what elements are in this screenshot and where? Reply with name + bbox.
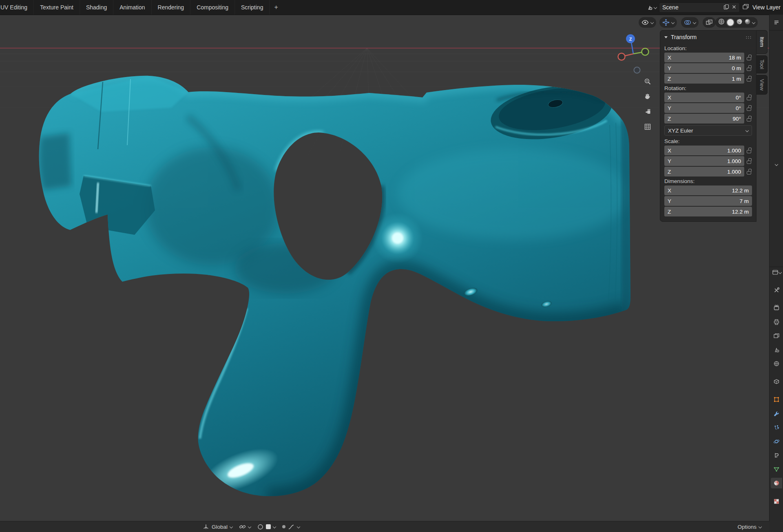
wireframe-shading-button[interactable]: [718, 18, 725, 26]
axis-value: 1.000: [727, 158, 741, 164]
dimensions-x-field[interactable]: X12.2 m: [664, 185, 752, 195]
editor-type-button[interactable]: [771, 267, 782, 278]
sidebar-tab-label: Tool: [759, 60, 765, 69]
transform-panel-header[interactable]: Transform: [660, 31, 756, 44]
dimensions-y-field[interactable]: Y7 m: [664, 196, 752, 206]
workspace-tab-animation[interactable]: Animation: [113, 0, 151, 15]
dimensions-z-field[interactable]: Z12.2 m: [664, 207, 752, 216]
show-gizmo-button[interactable]: [659, 17, 677, 28]
options-dropdown[interactable]: Options: [737, 524, 761, 530]
view-layer-field[interactable]: View Layer: [752, 3, 781, 12]
location-x-field[interactable]: X18 m: [664, 53, 744, 62]
orientation-value: Global: [212, 524, 228, 530]
solid-shading-button[interactable]: [726, 18, 734, 26]
navigation-gizmo[interactable]: Z: [614, 31, 655, 76]
snap-target-dropdown[interactable]: [239, 523, 251, 530]
scale-z-field[interactable]: Z1.000: [664, 167, 744, 177]
properties-tab-modifiers[interactable]: [771, 408, 782, 419]
particles-icon: [773, 424, 780, 431]
lock-open-icon[interactable]: [747, 148, 752, 153]
material-preview-shading-button[interactable]: [736, 18, 743, 26]
workspace-tab-compositing[interactable]: Compositing: [190, 0, 235, 15]
toggle-xray-button[interactable]: [703, 17, 716, 28]
falloff-curve-icon: [288, 524, 295, 530]
sidebar-tab-label: Item: [759, 37, 765, 47]
properties-tab-render[interactable]: [771, 302, 782, 313]
rotation-y-field[interactable]: Y0°: [664, 103, 744, 113]
show-overlays-button[interactable]: [681, 17, 699, 28]
lock-open-icon[interactable]: [747, 76, 752, 82]
workspace-tab-uv-editing[interactable]: UV Editing: [0, 0, 34, 15]
properties-tab-output[interactable]: [771, 317, 782, 327]
properties-tab-object-data[interactable]: [771, 464, 782, 475]
properties-tab-material[interactable]: [771, 478, 782, 488]
chevron-down-icon: [671, 21, 675, 24]
orientation-icon: [203, 523, 209, 530]
lock-open-icon[interactable]: [747, 95, 752, 100]
scene-name-field[interactable]: Scene: [659, 2, 740, 13]
rendered-shading-button[interactable]: [744, 18, 751, 26]
properties-tab-view-layer[interactable]: [771, 331, 782, 341]
gizmo-icon: [662, 19, 670, 26]
camera-view-button[interactable]: [643, 107, 652, 117]
zoom-tool-button[interactable]: [643, 77, 652, 86]
pan-tool-button[interactable]: [643, 92, 652, 102]
location-y-field[interactable]: Y0 m: [664, 63, 744, 73]
grid-icon: [644, 123, 651, 130]
topbar: UV Editing Texture Paint Shading Animati…: [0, 0, 783, 15]
toggle-grid-button[interactable]: [643, 122, 652, 132]
lock-open-icon[interactable]: [747, 65, 752, 71]
add-workspace-button[interactable]: +: [270, 0, 282, 15]
link-icon: [239, 523, 246, 530]
lock-open-icon[interactable]: [747, 158, 752, 164]
axis-z-label: Z: [629, 37, 632, 42]
axis-z-negative-handle[interactable]: [634, 67, 640, 73]
properties-tab-object[interactable]: [771, 394, 782, 405]
workspace-tab-rendering[interactable]: Rendering: [152, 0, 191, 15]
properties-tab-constraints[interactable]: [771, 450, 782, 461]
workspace-tab-scripting[interactable]: Scripting: [235, 0, 270, 15]
lock-open-icon[interactable]: [747, 55, 752, 60]
rotation-z-field[interactable]: Z90°: [664, 114, 744, 124]
location-z-field[interactable]: Z1 m: [664, 74, 744, 84]
transform-orientation-dropdown[interactable]: Global: [203, 523, 232, 530]
properties-tab-particles[interactable]: [771, 422, 782, 433]
unlink-scene-icon[interactable]: [732, 4, 737, 11]
proportional-falloff-group[interactable]: [282, 524, 300, 530]
scale-x-field[interactable]: X1.000: [664, 146, 744, 155]
workspace-tab-shading[interactable]: Shading: [80, 0, 113, 15]
rotation-x-field[interactable]: X0°: [664, 93, 744, 102]
properties-tab-collection[interactable]: [771, 376, 782, 387]
properties-tab-scene[interactable]: [771, 344, 782, 355]
workspace-tab-texture-paint[interactable]: Texture Paint: [34, 0, 80, 15]
properties-tab-physics[interactable]: [771, 436, 782, 447]
axis-x-handle[interactable]: [618, 53, 625, 60]
proportional-editing-group[interactable]: [257, 524, 276, 530]
viewport-3d[interactable]: [0, 15, 770, 521]
axis-y-handle[interactable]: [642, 49, 649, 55]
outliner-display-mode-button[interactable]: [771, 17, 782, 28]
workspace-tab-label: Animation: [119, 4, 145, 11]
options-label: Options: [737, 524, 756, 530]
properties-tab-tool[interactable]: [771, 285, 782, 296]
region-expand-button[interactable]: [771, 159, 782, 170]
panel-grip-icon[interactable]: [745, 36, 752, 39]
view-layer-name: View Layer: [752, 4, 781, 11]
workspace-tab-label: Scripting: [241, 4, 263, 11]
scale-y-field[interactable]: Y1.000: [664, 156, 744, 166]
rotation-mode-dropdown[interactable]: XYZ Euler: [664, 125, 752, 136]
dimensions-fields: X12.2 m Y7 m Z12.2 m: [660, 185, 756, 216]
sidebar-tab-view[interactable]: View: [756, 75, 768, 95]
lock-open-icon[interactable]: [747, 169, 752, 174]
sidebar-tab-tool[interactable]: Tool: [756, 55, 768, 73]
properties-tab-texture[interactable]: [771, 496, 782, 507]
sidebar-tab-item[interactable]: Item: [756, 30, 768, 54]
lock-open-icon[interactable]: [747, 116, 752, 121]
properties-tab-world[interactable]: [771, 358, 782, 369]
scene-browse-icon[interactable]: [646, 4, 657, 11]
object-visibility-button[interactable]: [639, 17, 656, 28]
tool-icon: [773, 287, 780, 294]
dimensions-section-label: Dimensions:: [660, 177, 756, 185]
lock-open-icon[interactable]: [747, 105, 752, 111]
new-scene-icon[interactable]: [723, 4, 729, 11]
